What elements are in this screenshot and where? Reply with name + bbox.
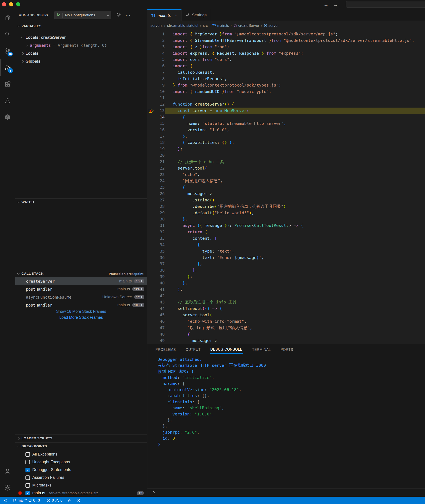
watch-section-header[interactable]: WATCH	[15, 198, 147, 206]
breakpoint-gutter[interactable]	[147, 69, 155, 76]
code-line[interactable]: 37 },	[147, 261, 425, 267]
sidebar-item-search[interactable]	[0, 26, 15, 42]
code-line[interactable]: 3import { z }from "zod";	[147, 44, 425, 50]
line-content[interactable]: );	[165, 286, 425, 293]
line-content[interactable]: import { randomUUID }from "node:crypto";	[165, 89, 425, 95]
code-line[interactable]: 25 {	[147, 184, 425, 191]
tab-debug-console[interactable]: DEBUG CONSOLE	[210, 345, 243, 354]
code-line[interactable]: 43 // 五秒后注册一个 info 工具	[147, 299, 425, 305]
line-content[interactable]: function createServer() {	[165, 101, 425, 108]
line-content[interactable]	[165, 152, 425, 159]
line-content[interactable]: { capabilities: {} },	[165, 139, 425, 146]
code-line[interactable]: 29 .default("hello world!"),	[147, 210, 425, 216]
breakpoint-option-row[interactable]: Assertion Failures	[15, 474, 147, 481]
maximize-window-button[interactable]	[16, 2, 20, 7]
breakpoint-gutter[interactable]	[147, 139, 155, 146]
variables-scope-row[interactable]: Locals: createServer	[15, 33, 147, 41]
views-more-actions-icon[interactable]: ⋯	[126, 12, 131, 18]
breakpoint-gutter[interactable]	[147, 274, 155, 280]
line-content[interactable]: type: "text",	[165, 248, 425, 255]
line-content[interactable]: },	[165, 133, 425, 140]
code-line[interactable]: 13 const server = new McpServer(	[147, 108, 425, 114]
breakpoint-gutter[interactable]	[147, 44, 155, 50]
breakpoint-gutter[interactable]	[147, 299, 155, 305]
code-line[interactable]: 7 CallToolResult,	[147, 69, 425, 76]
breakpoint-gutter[interactable]	[147, 242, 155, 248]
breakpoint-gutter[interactable]	[147, 184, 155, 191]
line-content[interactable]: {	[165, 242, 425, 248]
sidebar-item-explorer[interactable]	[0, 9, 15, 26]
breakpoint-gutter[interactable]	[147, 114, 155, 120]
breakpoint-gutter[interactable]	[147, 203, 155, 210]
breadcrumb-item-main-ts[interactable]: TSmain.ts	[212, 23, 229, 28]
sidebar-item-testing[interactable]	[0, 92, 15, 109]
line-content[interactable]: .describe("用户的输入信息，会被该工具回显")	[165, 203, 425, 210]
debug-status[interactable]	[66, 497, 73, 504]
breakpoint-gutter[interactable]	[147, 31, 155, 37]
line-content[interactable]: import express, { Request, Response } fr…	[165, 50, 425, 57]
call-stack-frame[interactable]: createServermain.ts13:1	[15, 277, 147, 285]
breakpoint-checkbox[interactable]	[26, 483, 30, 488]
line-content[interactable]: },	[165, 261, 425, 267]
line-content[interactable]: {	[165, 184, 425, 191]
breakpoint-gutter[interactable]	[147, 76, 155, 82]
locals-group-row[interactable]: Locals	[15, 49, 147, 57]
code-line[interactable]: 21 // 注册一个 echo 工具	[147, 159, 425, 165]
sidebar-item-source-control[interactable]: 10	[0, 42, 15, 59]
line-content[interactable]: content: [	[165, 235, 425, 242]
line-content[interactable]: "echo",	[165, 172, 425, 178]
line-content[interactable]: },	[165, 216, 425, 222]
code-line[interactable]: 2import { StreamableHTTPServerTransport …	[147, 37, 425, 44]
breakpoint-option-row[interactable]: Microtasks	[15, 481, 147, 489]
line-content[interactable]: message: z	[165, 338, 425, 344]
sidebar-item-run-and-debug[interactable]: 1	[0, 59, 15, 76]
code-line[interactable]: 46 "echo-with-info-format",	[147, 318, 425, 325]
sidebar-item-container-tools[interactable]	[0, 109, 15, 126]
breakpoint-gutter[interactable]	[147, 293, 155, 299]
breakpoint-gutter[interactable]	[147, 248, 155, 255]
code-line[interactable]: 35 type: "text",	[147, 248, 425, 255]
breakpoint-gutter[interactable]	[147, 63, 155, 69]
code-line[interactable]: 11	[147, 95, 425, 101]
breakpoint-gutter[interactable]	[147, 159, 155, 165]
line-content[interactable]: "echo-with-info-format",	[165, 318, 425, 325]
debug-settings-gear-icon[interactable]	[116, 12, 121, 18]
code-line[interactable]: 4import express, { Request, Response } f…	[147, 50, 425, 57]
code-line[interactable]: 18 { capabilities: {} },	[147, 139, 425, 146]
breakpoint-gutter[interactable]	[147, 261, 155, 267]
breakpoint-gutter[interactable]	[147, 152, 155, 159]
show-more-stack-frames-link[interactable]: Show 16 More Stack Frames	[15, 308, 147, 315]
breakpoint-gutter[interactable]	[147, 127, 155, 133]
line-content[interactable]: {	[165, 114, 425, 120]
line-content[interactable]: server.tool(	[165, 312, 425, 318]
line-content[interactable]: return {	[165, 229, 425, 235]
remote-indicator[interactable]	[2, 497, 9, 504]
code-line[interactable]: 47 "以 log 形式回显用户输入信息",	[147, 325, 425, 331]
code-line[interactable]: 10import { randomUUID }from "node:crypto…	[147, 89, 425, 95]
close-tab-icon[interactable]: ×	[175, 13, 177, 18]
code-line[interactable]: 19 );	[147, 146, 425, 152]
launch-configuration-dropdown[interactable]: No Configurations	[54, 11, 111, 19]
breakpoint-gutter[interactable]	[147, 133, 155, 140]
line-content[interactable]: import { z }from "zod";	[165, 44, 425, 50]
code-line[interactable]: 9} from "@modelcontextprotocol/sdk/types…	[147, 82, 425, 89]
load-more-stack-frames-link[interactable]: Load More Stack Frames	[15, 314, 147, 320]
breakpoint-gutter[interactable]	[147, 37, 155, 44]
breakpoint-gutter[interactable]	[147, 178, 155, 184]
code-line[interactable]: 23 "echo",	[147, 172, 425, 178]
line-content[interactable]: import { McpServer }from "@modelcontextp…	[165, 31, 425, 37]
code-line[interactable]: 36 text: `Echo: ${message}`,	[147, 255, 425, 261]
breakpoint-checkbox[interactable]	[26, 460, 30, 464]
breakpoint-gutter[interactable]	[147, 95, 155, 101]
line-content[interactable]: },	[165, 280, 425, 286]
line-content[interactable]: message: z	[165, 191, 425, 197]
git-branch-status[interactable]: main* 0↓ 3↑	[11, 497, 43, 504]
code-line[interactable]: 38 ],	[147, 267, 425, 274]
code-line[interactable]: 20	[147, 152, 425, 159]
breakpoint-option-row[interactable]: ✓Debugger Statements	[15, 466, 147, 474]
breakpoint-gutter[interactable]	[147, 56, 155, 63]
breakpoint-gutter[interactable]	[147, 101, 155, 108]
line-content[interactable]: {	[165, 331, 425, 338]
minimize-window-button[interactable]	[9, 2, 13, 7]
line-content[interactable]: version: "1.0.0",	[165, 127, 425, 133]
